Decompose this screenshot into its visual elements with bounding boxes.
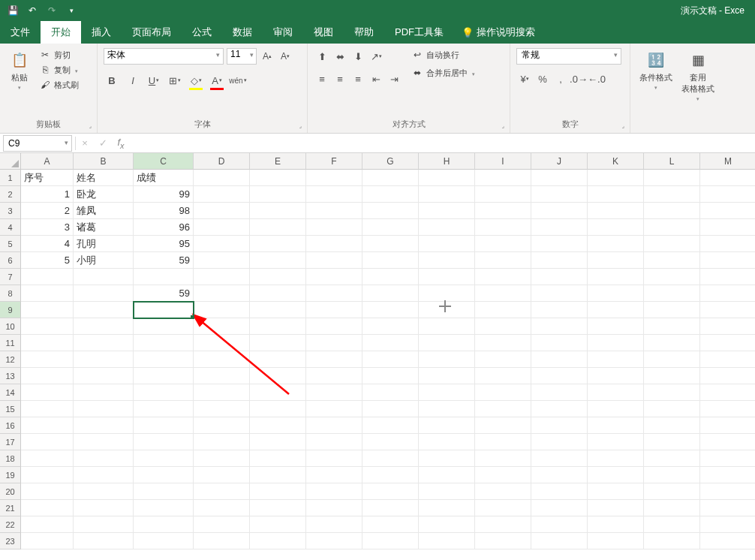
cell-K19[interactable]	[588, 467, 644, 483]
cell-I17[interactable]	[475, 434, 531, 450]
format-as-table-button[interactable]: ▦ 套用 表格格式 ▾	[678, 48, 717, 104]
cell-F9[interactable]	[306, 302, 362, 318]
tab-review[interactable]: 审阅	[263, 21, 303, 44]
border-button[interactable]: ⊞▾	[167, 72, 183, 89]
cell-C7[interactable]	[134, 269, 194, 285]
cell-A15[interactable]	[21, 401, 74, 417]
cell-I21[interactable]	[475, 500, 531, 516]
cell-M12[interactable]	[700, 351, 755, 368]
cell-A3[interactable]: 2	[21, 203, 74, 219]
tab-home[interactable]: 开始	[41, 21, 81, 44]
column-header-I[interactable]: I	[475, 153, 531, 170]
cell-C12[interactable]	[134, 351, 194, 368]
cell-E16[interactable]	[250, 417, 306, 434]
italic-button[interactable]: I	[125, 72, 141, 89]
cell-I4[interactable]	[475, 219, 531, 236]
cell-A4[interactable]: 3	[21, 219, 74, 236]
cell-C10[interactable]	[134, 318, 194, 335]
cell-F11[interactable]	[306, 335, 362, 351]
cell-H20[interactable]	[419, 483, 475, 500]
cell-I9[interactable]	[475, 302, 531, 318]
cell-H4[interactable]	[419, 219, 475, 236]
cell-D15[interactable]	[194, 401, 250, 417]
cell-F16[interactable]	[306, 417, 362, 434]
cell-F22[interactable]	[306, 516, 362, 533]
cell-M18[interactable]	[700, 450, 755, 467]
cell-K2[interactable]	[588, 186, 644, 203]
cell-B4[interactable]: 诸葛	[74, 219, 134, 236]
cell-G21[interactable]	[362, 500, 419, 516]
cell-L14[interactable]	[644, 384, 700, 401]
cell-G10[interactable]	[362, 318, 419, 335]
cell-G7[interactable]	[362, 269, 419, 285]
cell-I23[interactable]	[475, 533, 531, 549]
cell-M21[interactable]	[700, 500, 755, 516]
phonetic-button[interactable]: wén▾	[230, 72, 246, 89]
cell-D13[interactable]	[194, 368, 250, 384]
cell-I20[interactable]	[475, 483, 531, 500]
cell-E20[interactable]	[250, 483, 306, 500]
cell-M10[interactable]	[700, 318, 755, 335]
cell-J1[interactable]	[531, 170, 588, 186]
row-header-3[interactable]: 3	[0, 203, 21, 219]
cell-L8[interactable]	[644, 285, 700, 302]
cell-H8[interactable]	[419, 285, 475, 302]
cell-F3[interactable]	[306, 203, 362, 219]
cell-K4[interactable]	[588, 219, 644, 236]
cell-B21[interactable]	[74, 500, 134, 516]
cell-G23[interactable]	[362, 533, 419, 549]
column-header-L[interactable]: L	[644, 153, 700, 170]
cell-A13[interactable]	[21, 368, 74, 384]
cell-E5[interactable]	[250, 236, 306, 252]
cell-G11[interactable]	[362, 335, 419, 351]
cell-K16[interactable]	[588, 417, 644, 434]
cell-J16[interactable]	[531, 417, 588, 434]
cell-A11[interactable]	[21, 335, 74, 351]
undo-icon[interactable]: ↶	[24, 2, 41, 19]
cell-A22[interactable]	[21, 516, 74, 533]
comma-icon[interactable]: ,	[552, 71, 569, 87]
cell-E10[interactable]	[250, 318, 306, 335]
cell-B7[interactable]	[74, 269, 134, 285]
cell-G20[interactable]	[362, 483, 419, 500]
cell-E18[interactable]	[250, 450, 306, 467]
cell-J8[interactable]	[531, 285, 588, 302]
cell-L18[interactable]	[644, 450, 700, 467]
row-header-23[interactable]: 23	[0, 533, 21, 549]
cell-M4[interactable]	[700, 219, 755, 236]
cell-C13[interactable]	[134, 368, 194, 384]
cell-B13[interactable]	[74, 368, 134, 384]
cell-G18[interactable]	[362, 450, 419, 467]
row-header-11[interactable]: 11	[0, 335, 21, 351]
cell-H16[interactable]	[419, 417, 475, 434]
column-header-E[interactable]: E	[250, 153, 306, 170]
cell-J9[interactable]	[531, 302, 588, 318]
row-header-19[interactable]: 19	[0, 467, 21, 483]
cell-H15[interactable]	[419, 401, 475, 417]
cell-M7[interactable]	[700, 269, 755, 285]
cell-C16[interactable]	[134, 417, 194, 434]
cell-H7[interactable]	[419, 269, 475, 285]
cell-D11[interactable]	[194, 335, 250, 351]
cell-J23[interactable]	[531, 533, 588, 549]
row-header-16[interactable]: 16	[0, 417, 21, 434]
cell-C9[interactable]	[134, 302, 194, 318]
cell-D18[interactable]	[194, 450, 250, 467]
cell-K7[interactable]	[588, 269, 644, 285]
tab-formula[interactable]: 公式	[182, 21, 222, 44]
cell-E17[interactable]	[250, 434, 306, 450]
column-header-J[interactable]: J	[531, 153, 588, 170]
cell-G3[interactable]	[362, 203, 419, 219]
cell-G12[interactable]	[362, 351, 419, 368]
cell-A19[interactable]	[21, 467, 74, 483]
save-icon[interactable]: 💾	[5, 2, 21, 19]
cell-G13[interactable]	[362, 368, 419, 384]
copy-button[interactable]: ⎘ 复制	[36, 63, 82, 77]
cell-K13[interactable]	[588, 368, 644, 384]
cell-K11[interactable]	[588, 335, 644, 351]
row-header-9[interactable]: 9	[0, 302, 21, 318]
cell-L5[interactable]	[644, 236, 700, 252]
cell-L22[interactable]	[644, 516, 700, 533]
merge-center-button[interactable]: ⬌ 合并后居中	[408, 66, 478, 80]
cell-C2[interactable]: 99	[134, 186, 194, 203]
